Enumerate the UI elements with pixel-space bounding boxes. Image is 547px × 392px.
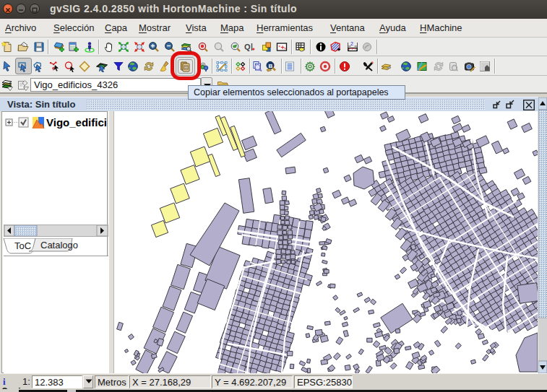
svg-text:×: × [284, 46, 286, 51]
svg-text:Catalogo: Catalogo [40, 240, 78, 251]
svg-text:Vigo_edificio: Vigo_edificio [46, 116, 107, 129]
svg-text:Q: Q [244, 43, 251, 51]
svg-text:B: B [269, 63, 273, 69]
svg-text:2: 2 [350, 41, 353, 46]
svg-text:ToC: ToC [14, 240, 31, 251]
